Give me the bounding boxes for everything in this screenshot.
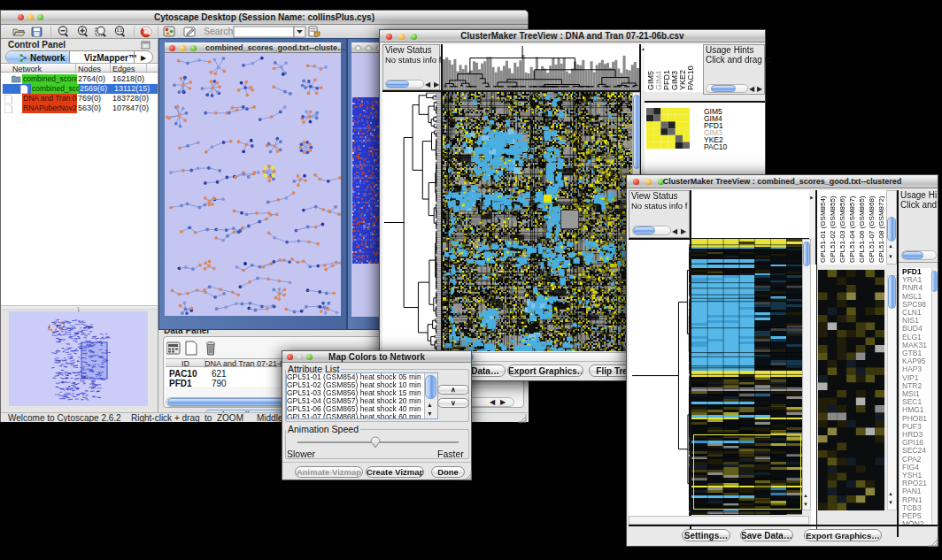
svg-text:GPL51-06 (GSM865): GPL51-06 (GSM865) xyxy=(858,196,866,263)
svg-text:GPL51-04 (GSM857): GPL51-04 (GSM857) xyxy=(848,196,856,263)
svg-text:PAC10: PAC10 xyxy=(686,65,695,90)
svg-text:GPL51-02 (GSM855): GPL51-02 (GSM855) xyxy=(829,196,837,263)
svg-text:GPL51-07 (GSM868): GPL51-07 (GSM868) xyxy=(868,196,876,263)
svg-text:GPL51-03 (GSM856): GPL51-03 (GSM856) xyxy=(838,196,846,263)
svg-text:GPL51-08 (GSM872): GPL51-08 (GSM872) xyxy=(877,196,885,263)
svg-text:Search:: Search: xyxy=(204,26,236,36)
svg-text:GPL51-01 (GSM854): GPL51-01 (GSM854) xyxy=(819,196,827,263)
svg-text:1:1: 1:1 xyxy=(117,28,123,33)
